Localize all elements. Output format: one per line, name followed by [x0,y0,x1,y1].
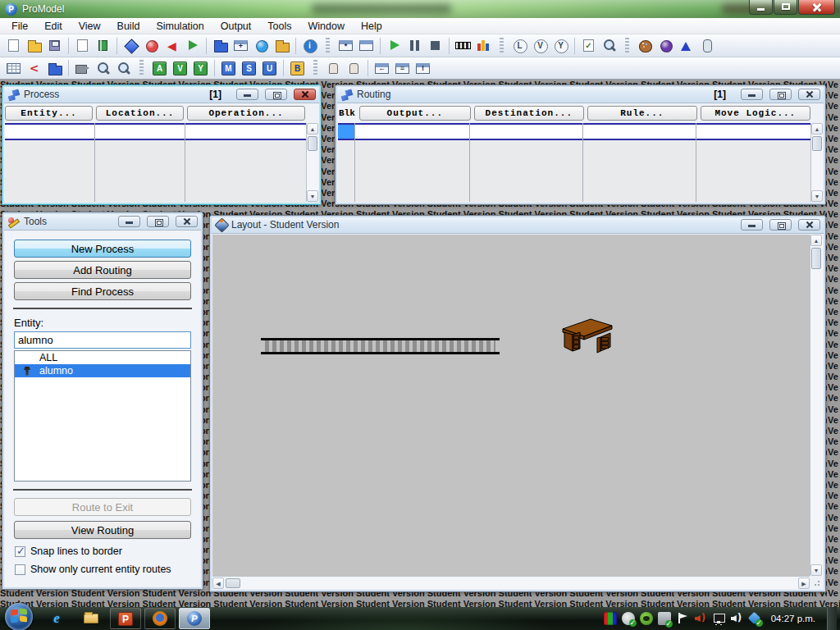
location-column-button[interactable]: Location... [96,106,184,121]
menu-tools[interactable]: Tools [259,19,299,34]
scenario-icon[interactable] [272,37,291,54]
menu-help[interactable]: Help [353,19,390,34]
list-item-alumno[interactable]: alumno [15,364,190,377]
tray-volume-icon[interactable] [730,612,743,625]
scroll-up-icon[interactable]: ▲ [811,123,823,135]
info-icon[interactable]: i [300,37,319,54]
new-process-button[interactable]: New Process [14,240,191,258]
menu-view[interactable]: View [71,19,109,34]
view-routing-button[interactable]: View Routing [14,521,191,539]
close-button[interactable] [798,0,835,15]
tray-network-icon[interactable] [712,612,725,625]
add-routing-button[interactable]: Add Routing [14,261,191,279]
taskbar-ie-icon[interactable]: e [41,608,72,629]
process-titlebar[interactable]: Process [1] [2,85,321,103]
operation-column-button[interactable]: Operation... [187,106,305,121]
tile-a-icon[interactable]: A [150,60,169,77]
show-current-routes-checkbox[interactable]: Show only current entity routes [15,564,191,575]
process-empty-row[interactable] [5,123,318,140]
simulation-options-icon[interactable] [252,37,271,54]
pause-icon[interactable] [405,37,424,54]
mouse-icon[interactable] [697,37,716,54]
zoom-page-icon[interactable] [94,60,112,77]
scroll-left-icon[interactable]: ◀ [212,578,224,589]
arrivals-icon[interactable]: ◀ [162,37,181,54]
tile-b-icon[interactable]: B [288,60,307,77]
cascade-windows-icon[interactable] [357,37,376,54]
taskbar-firefox-icon[interactable] [144,608,176,629]
tile-v-icon[interactable]: V [171,60,189,77]
process-close-button[interactable] [294,89,316,100]
destination-column-button[interactable]: Destination... [474,106,584,121]
scroll-down-icon[interactable]: ▼ [307,190,318,202]
layout-horizontal-scrollbar[interactable]: ◀ ▶ [212,576,810,589]
table-grid-icon[interactable] [4,60,23,77]
show-desktop-button[interactable] [827,607,837,630]
tile-y-icon[interactable]: Y [191,60,210,77]
start-button[interactable] [5,603,33,630]
routing-close-button[interactable] [798,89,820,100]
processing-icon[interactable] [183,37,202,54]
conveyor-graphic[interactable] [261,338,500,354]
routing-restore-button[interactable] [769,89,792,100]
tray-usb-icon[interactable] [658,612,671,625]
locations-icon[interactable] [121,37,140,54]
output-column-button[interactable]: Output... [359,106,471,121]
tray-flag-icon[interactable] [676,612,689,625]
process-restore-button[interactable] [265,89,287,100]
open-file-icon[interactable] [25,37,43,54]
tray-blocks-icon[interactable] [604,612,617,625]
view-document-icon[interactable] [73,37,92,54]
taskbar-promodel-icon[interactable]: P [179,608,210,629]
tray-badge-icon[interactable] [622,612,635,625]
balloon-l-icon[interactable]: L [510,37,529,54]
layout-vertical-scrollbar[interactable]: ▲ ▼ [810,235,823,576]
scroll-down-icon[interactable]: ▼ [810,564,822,576]
layout-restore-button[interactable] [769,219,792,231]
save-icon[interactable] [45,37,64,54]
layout-titlebar[interactable]: Layout - Student Version [210,216,825,234]
taskbar-powerpoint-icon[interactable]: P [110,608,141,629]
background-graphics-icon[interactable] [211,37,230,54]
tray-dropbox-icon[interactable] [748,612,761,625]
edit-check-icon[interactable]: ✓ [579,37,598,54]
statistics-chart-icon[interactable] [474,37,493,54]
entity-column-button[interactable]: Entity... [5,106,93,121]
routing-titlebar[interactable]: Routing [1] [336,85,825,103]
angle-icon[interactable]: < [25,60,43,77]
menu-edit[interactable]: Edit [36,19,71,34]
tools-close-button[interactable] [176,216,198,227]
scroll-up-icon[interactable]: ▲ [810,235,822,246]
menu-file[interactable]: File [3,19,36,34]
layout-minimize-button[interactable] [741,219,763,231]
tile-s-icon[interactable]: S [240,60,258,77]
collapse-list-icon[interactable]: ≡ [393,60,412,77]
routing-minimize-button[interactable] [741,89,763,100]
palette-icon[interactable] [636,37,655,54]
layout-canvas[interactable] [212,235,810,576]
find-process-button[interactable]: Find Process [14,282,191,300]
magnifier-icon[interactable] [114,60,133,77]
resize-grip[interactable] [810,576,823,589]
scroll-down-icon[interactable]: ▼ [811,190,823,202]
balloon-y-icon[interactable]: Y [551,37,570,54]
hand-grid-icon[interactable] [345,60,363,77]
process-minimize-button[interactable] [236,89,258,100]
tools-minimize-button[interactable] [118,216,140,227]
find-in-page-icon[interactable] [600,37,619,54]
desk-graphic[interactable] [560,317,614,356]
routing-scrollbar[interactable]: ▲ ▼ [810,123,823,202]
entities-icon[interactable] [142,37,161,54]
route-to-exit-button[interactable]: Route to Exit [14,498,191,516]
entity-list[interactable]: ALL alumno [14,350,191,482]
hand-clock-icon[interactable] [324,60,343,77]
move-logic-column-button[interactable]: Move Logic... [701,106,810,121]
new-file-icon[interactable] [4,37,23,54]
tray-mute-speaker-icon[interactable] [694,612,707,625]
taskbar-clock[interactable]: 04:27 p.m. [766,614,822,623]
blk-selected-cell[interactable] [338,125,354,139]
layout-close-button[interactable] [798,219,820,231]
process-grid[interactable]: ▲ ▼ [5,123,318,202]
import-icon[interactable] [45,60,64,77]
maximize-button[interactable] [774,0,797,15]
